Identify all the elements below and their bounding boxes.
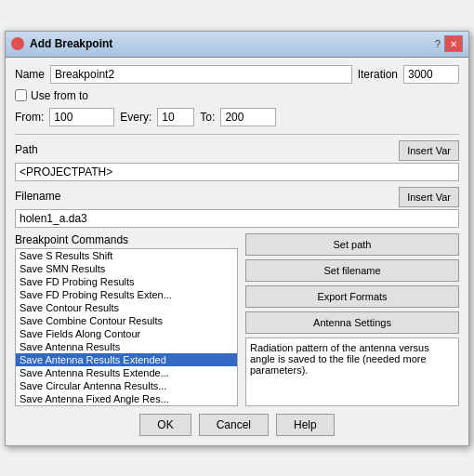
filename-label: Filename [15,190,60,203]
to-label: To: [200,111,215,124]
set-filename-button[interactable]: Set filename [245,259,459,282]
title-bar-right: ? ✕ [435,35,463,52]
dialog-content: Name Iteration Use from to From: Every: … [6,58,468,445]
every-input[interactable] [157,108,194,126]
app-icon [11,37,24,50]
list-item[interactable]: Save Antenna Fixed Angle Res... [16,392,237,405]
iteration-input[interactable] [403,65,459,84]
divider1 [15,134,459,135]
path-header-row: Path Insert Var [15,140,459,161]
help-icon-title[interactable]: ? [435,38,441,49]
name-iteration-row: Name Iteration [15,65,459,84]
list-item[interactable]: Save Combine Contour Results [16,314,237,327]
list-item[interactable]: Save Antenna Results Extende... [16,366,237,379]
every-label: Every: [120,111,151,124]
list-item[interactable]: Save Line Envelope [16,405,237,406]
list-item[interactable]: Save FD Probing Results Exten... [16,288,237,301]
export-formats-button[interactable]: Export Formats [245,285,459,308]
from-input[interactable] [49,108,114,126]
title-bar: Add Breakpoint ? ✕ [6,32,468,58]
name-input[interactable] [50,65,352,84]
list-item[interactable]: Save Contour Results [16,301,237,314]
commands-area: Breakpoint Commands Save S Results Shift… [15,233,459,406]
ok-button[interactable]: OK [139,414,191,436]
cancel-button[interactable]: Cancel [199,414,269,436]
iteration-label: Iteration [358,68,398,81]
use-from-to-checkbox[interactable] [15,89,27,101]
list-item[interactable]: Save SMN Results [16,262,237,275]
use-from-to-label: Use from to [31,89,88,102]
add-breakpoint-dialog: Add Breakpoint ? ✕ Name Iteration Use fr… [5,31,469,446]
from-label: From: [15,111,44,124]
to-input[interactable] [220,108,276,126]
description-box: Radiation pattern of the antenna versus … [245,337,459,406]
list-item[interactable]: Save Fields Along Contour [16,327,237,340]
filename-insert-var-button[interactable]: Insert Var [399,187,459,207]
list-item[interactable]: Save S Results Shift [16,249,237,262]
commands-listbox[interactable]: Save S Results ShiftSave SMN ResultsSave… [15,248,238,406]
use-from-to-row: Use from to [15,89,459,102]
filename-value-input[interactable] [15,209,459,228]
dialog-title: Add Breakpoint [30,37,112,50]
close-button[interactable]: ✕ [444,35,463,52]
from-every-to-row: From: Every: To: [15,108,459,126]
name-label: Name [15,68,45,81]
list-item[interactable]: Save Circular Antenna Results... [16,379,237,392]
path-label: Path [15,143,38,156]
antenna-settings-button[interactable]: Antenna Settings [245,311,459,334]
help-button[interactable]: Help [276,414,335,436]
bottom-buttons-row: OK Cancel Help [15,414,459,436]
commands-list-section: Breakpoint Commands Save S Results Shift… [15,233,238,406]
commands-label: Breakpoint Commands [15,233,238,246]
list-item[interactable]: Save FD Probing Results [16,275,237,288]
title-bar-left: Add Breakpoint [11,37,112,50]
filename-header-row: Filename Insert Var [15,187,459,207]
commands-right-panel: Set path Set filename Export Formats Ant… [245,233,459,406]
set-path-button[interactable]: Set path [245,233,459,256]
path-insert-var-button[interactable]: Insert Var [399,140,459,161]
path-value-input[interactable] [15,163,459,181]
list-item[interactable]: Save Antenna Results Extended [16,353,237,366]
list-item[interactable]: Save Antenna Results [16,340,237,353]
